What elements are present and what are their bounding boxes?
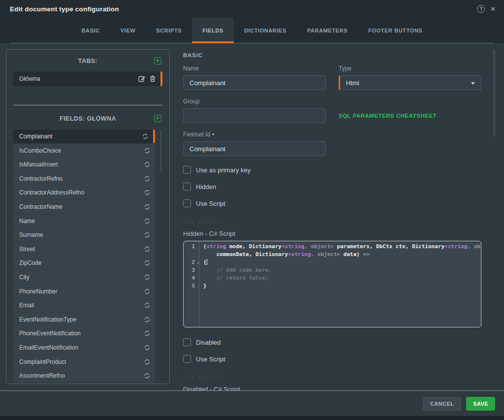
checkbox-label: Hidden bbox=[196, 183, 216, 191]
field-list-item[interactable]: PhoneNumber bbox=[13, 285, 155, 298]
panel-divider bbox=[13, 105, 162, 105]
fieldset-dot-icon: ● bbox=[212, 132, 215, 136]
tab-label: PARAMETERS bbox=[307, 28, 347, 33]
sync-icon[interactable] bbox=[144, 358, 151, 365]
close-icon[interactable]: × bbox=[491, 5, 495, 13]
dialog-tab[interactable]: SCRIPTS bbox=[146, 18, 192, 43]
basic-section-heading: BASIC bbox=[183, 52, 481, 59]
field-item-label: AssortmentRefno bbox=[19, 372, 141, 379]
set-default-button-disabled: SET DEFAULT bbox=[183, 219, 481, 226]
edit-icon[interactable] bbox=[138, 75, 146, 83]
dialog-tab[interactable]: DICTIONARIES bbox=[234, 18, 297, 43]
field-list-item[interactable]: Name bbox=[13, 214, 155, 228]
checkbox[interactable] bbox=[183, 355, 191, 363]
field-list-item[interactable]: AssortmentRefno bbox=[13, 369, 155, 383]
fields-scrollbar-thumb[interactable] bbox=[160, 129, 162, 173]
sync-icon[interactable] bbox=[144, 316, 151, 323]
sync-icon[interactable] bbox=[144, 302, 151, 309]
tab-item-list: Główna bbox=[13, 71, 162, 86]
use-script-checkbox-row-2[interactable]: Use Script bbox=[183, 355, 481, 363]
dialog-tab[interactable]: PARAMETERS bbox=[297, 18, 358, 43]
sync-icon[interactable] bbox=[144, 231, 151, 238]
field-list-item[interactable]: ContractorRefno bbox=[13, 172, 155, 186]
use-as-primary-key-checkbox-row[interactable]: Use as primary key bbox=[183, 166, 481, 174]
field-list-item[interactable]: Street bbox=[13, 242, 155, 256]
field-list-item[interactable]: ContractorAddressRefno bbox=[13, 186, 155, 199]
add-field-button[interactable]: + bbox=[154, 115, 161, 122]
dialog-tab[interactable]: VIEW bbox=[110, 18, 146, 43]
save-button[interactable]: SAVE bbox=[466, 397, 495, 411]
type-select[interactable]: Html bbox=[339, 75, 481, 90]
field-item-label: Complainant bbox=[19, 133, 139, 140]
field-item-label: Name bbox=[19, 218, 141, 225]
field-list-item[interactable]: EventNotificationType bbox=[13, 313, 155, 326]
field-item-label: Surname bbox=[19, 231, 141, 238]
sql-parameters-cheatsheet-link[interactable]: SQL PARAMETERS CHEATSHEET bbox=[339, 113, 481, 119]
hidden-script-code-editor[interactable]: 1(string mode, Dictionary<string, object… bbox=[183, 241, 481, 327]
field-list-item[interactable]: Complainant bbox=[13, 129, 155, 143]
field-item-label: IsComboChoice bbox=[19, 147, 141, 154]
checkbox-label: Disabled bbox=[196, 339, 221, 346]
sync-icon[interactable] bbox=[142, 133, 149, 140]
sync-icon[interactable] bbox=[144, 218, 151, 225]
tab-label: FOOTER BUTTONS bbox=[368, 28, 422, 33]
sync-icon[interactable] bbox=[144, 372, 151, 379]
tab-label: BASIC bbox=[82, 28, 100, 33]
cancel-button[interactable]: CANCEL bbox=[423, 397, 461, 411]
checkbox-label: Use Script bbox=[196, 355, 225, 363]
sync-icon[interactable] bbox=[144, 189, 151, 196]
dialog-tab[interactable]: FIELDS bbox=[192, 18, 234, 43]
field-item-label: PhoneEventNotification bbox=[19, 330, 141, 337]
set-default-button-disabled: SET DEFAULT bbox=[183, 375, 481, 382]
field-list-item[interactable]: ComplaintProduct bbox=[13, 355, 155, 369]
sync-icon[interactable] bbox=[144, 259, 151, 266]
sync-icon[interactable] bbox=[144, 246, 151, 253]
fieldset-id-input[interactable] bbox=[183, 141, 326, 156]
checkbox[interactable] bbox=[183, 338, 191, 346]
sync-icon[interactable] bbox=[144, 147, 151, 154]
field-list-item[interactable]: Surname bbox=[13, 228, 155, 242]
page-background-strip bbox=[0, 416, 504, 420]
dialog-tabbar: BASIC VIEW SCRIPTS FIELDS DICTIONARIES P… bbox=[0, 18, 504, 43]
field-list-item[interactable]: IsManualInsert bbox=[13, 158, 155, 171]
field-item-label: EmailEventNotification bbox=[19, 344, 141, 351]
sync-icon[interactable] bbox=[144, 175, 151, 182]
sync-icon[interactable] bbox=[144, 330, 151, 337]
sync-icon[interactable] bbox=[144, 344, 151, 351]
field-list-item[interactable]: IsComboChoice bbox=[13, 144, 155, 158]
field-list-item[interactable]: City bbox=[13, 270, 155, 284]
checkbox[interactable] bbox=[183, 183, 191, 191]
type-label: Type bbox=[339, 65, 481, 72]
help-icon[interactable]: ? bbox=[477, 5, 485, 13]
disabled-checkbox-row[interactable]: Disabled bbox=[183, 338, 481, 346]
hidden-script-label: Hidden - C# Script bbox=[183, 230, 481, 238]
use-script-checkbox-row-1[interactable]: Use Script bbox=[183, 199, 481, 207]
dialog-tab[interactable]: BASIC bbox=[71, 18, 110, 43]
field-list-item[interactable]: ContractorName bbox=[13, 200, 155, 214]
name-input[interactable] bbox=[183, 75, 326, 90]
field-list-item[interactable]: ZipCode bbox=[13, 256, 155, 270]
add-tab-button[interactable]: + bbox=[154, 57, 161, 65]
delete-icon[interactable] bbox=[149, 75, 157, 83]
field-list-item[interactable]: Email bbox=[13, 298, 155, 312]
tabs-section-heading: TABS: + bbox=[13, 57, 162, 65]
sync-icon[interactable] bbox=[144, 161, 151, 168]
field-list-item[interactable]: PhoneEventNotification bbox=[13, 326, 155, 340]
dialog-tab[interactable]: FOOTER BUTTONS bbox=[358, 18, 433, 43]
sync-icon[interactable] bbox=[144, 288, 151, 295]
hidden-checkbox-row[interactable]: Hidden bbox=[183, 183, 481, 191]
tab-label: VIEW bbox=[121, 28, 136, 33]
form-grid: Name Type Html Group SQL PARAMETERS CHEA… bbox=[183, 65, 481, 156]
checkbox[interactable] bbox=[183, 199, 191, 207]
sync-icon[interactable] bbox=[144, 274, 151, 281]
form-scrollbar-thumb[interactable] bbox=[493, 49, 495, 137]
field-item-label: EventNotificationType bbox=[19, 316, 141, 323]
sync-icon[interactable] bbox=[144, 203, 151, 210]
group-input[interactable] bbox=[183, 108, 326, 123]
tab-list-item[interactable]: Główna bbox=[13, 71, 162, 86]
field-list-item[interactable]: EmailEventNotification bbox=[13, 341, 155, 355]
dialog-body: TABS: + Główna bbox=[0, 43, 504, 390]
checkbox[interactable] bbox=[183, 166, 191, 174]
tabs-fields-panel: TABS: + Główna bbox=[6, 49, 170, 384]
name-field-group: Name bbox=[183, 65, 326, 90]
